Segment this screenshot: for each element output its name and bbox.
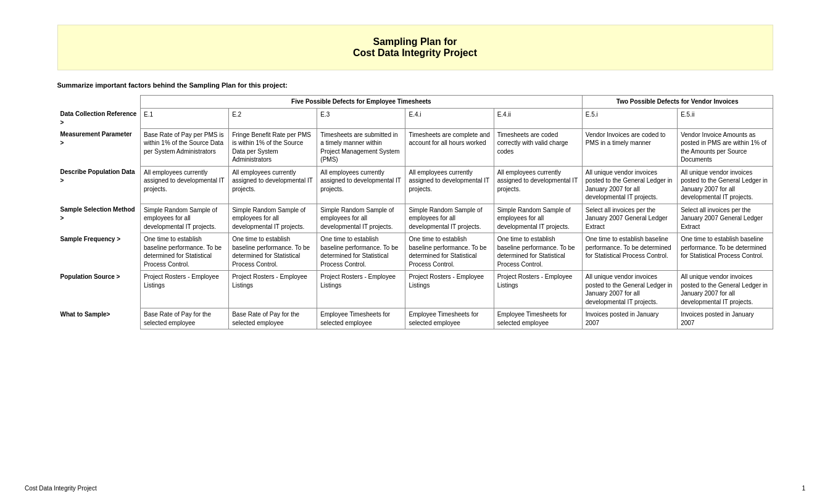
cell-r5-c2: Project Rosters - Employee Listings [317,271,405,308]
table-row: Sample Selection Method >Simple Random S… [57,204,773,233]
footer-right: 1 [802,485,805,492]
cell-r0-c0: E.1 [141,108,229,128]
cell-r0-c3: E.4.i [405,108,494,128]
cell-r6-c3: Employee Timesheets for selected employe… [405,308,494,329]
cell-r1-c3: Timesheets are complete and account for … [405,128,494,166]
cell-r1-c6: Vendor Invoice Amounts as posted in PMS … [678,128,773,166]
cell-r4-c1: One time to establish baseline performan… [229,233,317,271]
cell-r6-c5: Invoices posted in January 2007 [582,308,677,329]
cell-r1-c5: Vendor Invoices are coded to PMS in a ti… [582,128,677,166]
cell-r2-c5: All unique vendor invoices posted to the… [582,166,677,204]
row-label-6: What to Sample> [57,308,141,329]
page: Sampling Plan for Cost Data Integrity Pr… [45,0,786,366]
main-table: Five Possible Defects for Employee Times… [57,95,773,329]
row-label-1: Measurement Parameter > [57,128,141,166]
cell-r2-c0: All employees currently assigned to deve… [141,166,229,204]
cell-r1-c1: Fringe Benefit Rate per PMS is within 1%… [229,128,317,166]
row-label-2: Describe Population Data > [57,166,141,204]
cell-r6-c2: Employee Timesheets for selected employe… [317,308,405,329]
footer: Cost Data Integrity Project 1 [25,485,805,492]
cell-r4-c0: One time to establish baseline performan… [141,233,229,271]
cell-r2-c1: All employees currently assigned to deve… [229,166,317,204]
cell-r0-c4: E.4.ii [494,108,582,128]
table-row: Data Collection Reference >E.1E.2E.3E.4.… [57,108,773,128]
title-line2: Cost Data Integrity Project [64,48,766,59]
cell-r0-c6: E.5.ii [678,108,773,128]
cell-r2-c2: All employees currently assigned to deve… [317,166,405,204]
cell-r5-c0: Project Rosters - Employee Listings [141,271,229,308]
cell-r3-c4: Simple Random Sample of employees for al… [494,204,582,233]
cell-r2-c3: All employees currently assigned to deve… [405,166,494,204]
row-label-3: Sample Selection Method > [57,204,141,233]
cell-r4-c2: One time to establish baseline performan… [317,233,405,271]
cell-r3-c2: Simple Random Sample of employees for al… [317,204,405,233]
cell-r6-c4: Employee Timesheets for selected employe… [494,308,582,329]
cell-r0-c1: E.2 [229,108,317,128]
title-block: Sampling Plan for Cost Data Integrity Pr… [57,25,773,70]
cell-r2-c6: All unique vendor invoices posted to the… [678,166,773,204]
cell-r3-c0: Simple Random Sample of employees for al… [141,204,229,233]
cell-r3-c1: Simple Random Sample of employees for al… [229,204,317,233]
cell-r5-c1: Project Rosters - Employee Listings [229,271,317,308]
cell-r0-c2: E.3 [317,108,405,128]
cell-r0-c5: E.5.i [582,108,677,128]
cell-r5-c3: Project Rosters - Employee Listings [405,271,494,308]
cell-r3-c5: Select all invoices per the January 2007… [582,204,677,233]
cell-r4-c4: One time to establish baseline performan… [494,233,582,271]
cell-r1-c2: Timesheets are submitted in a timely man… [317,128,405,166]
subtitle: Summarize important factors behind the S… [57,81,773,89]
table-row: Measurement Parameter >Base Rate of Pay … [57,128,773,166]
cell-r4-c6: One time to establish baseline performan… [678,233,773,271]
cell-r6-c6: Invoices posted in January 2007 [678,308,773,329]
cell-r1-c0: Base Rate of Pay per PMS is within 1% of… [141,128,229,166]
cell-r6-c1: Base Rate of Pay for the selected employ… [229,308,317,329]
cell-r1-c4: Timesheets are coded correctly with vali… [494,128,582,166]
cell-r4-c3: One time to establish baseline performan… [405,233,494,271]
table-row: Population Source >Project Rosters - Emp… [57,271,773,308]
group-header-vendor: Two Possible Defects for Vendor Invoices [582,96,773,109]
cell-r3-c6: Select all invoices per the January 2007… [678,204,773,233]
cell-r4-c5: One time to establish baseline performan… [582,233,677,271]
table-row: Sample Frequency >One time to establish … [57,233,773,271]
cell-r5-c6: All unique vendor invoices posted to the… [678,271,773,308]
row-label-5: Population Source > [57,271,141,308]
footer-left: Cost Data Integrity Project [25,485,97,492]
cell-r5-c4: Project Rosters - Employee Listings [494,271,582,308]
cell-r2-c4: All employees currently assigned to deve… [494,166,582,204]
cell-r3-c3: Simple Random Sample of employees for al… [405,204,494,233]
row-label-0: Data Collection Reference > [57,108,141,128]
cell-r6-c0: Base Rate of Pay for the selected employ… [141,308,229,329]
table-row: What to Sample>Base Rate of Pay for the … [57,308,773,329]
table-row: Describe Population Data >All employees … [57,166,773,204]
group-header-employee: Five Possible Defects for Employee Times… [141,96,583,109]
title-line1: Sampling Plan for [64,36,766,48]
row-label-4: Sample Frequency > [57,233,141,271]
cell-r5-c5: All unique vendor invoices posted to the… [582,271,677,308]
